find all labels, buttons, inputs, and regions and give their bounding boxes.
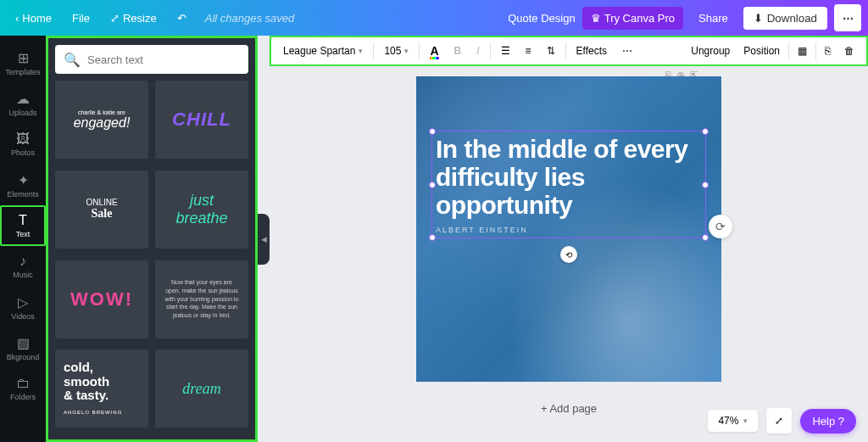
add-page-button[interactable]: + Add page <box>541 402 597 415</box>
uploads-icon: ☁ <box>16 91 30 107</box>
search-input[interactable] <box>87 53 240 66</box>
resize-handle[interactable] <box>702 128 709 135</box>
align-button[interactable]: ☰ <box>494 42 517 60</box>
text-toolbar: League Spartan▾ 105▾ A B I ☰ ≡ ⇅ Effects… <box>270 36 868 66</box>
photos-icon: 🖼 <box>16 131 30 147</box>
nav-uploads[interactable]: ☁Uploads <box>0 83 46 124</box>
resize-handle[interactable] <box>429 234 436 241</box>
text-template[interactable]: justbreathe <box>155 171 248 249</box>
help-button[interactable]: Help ? <box>800 409 856 434</box>
nav-background[interactable]: ▨Bkground <box>0 327 46 368</box>
expand-icon: ⤢ <box>775 415 783 427</box>
nav-elements[interactable]: ✦Elements <box>0 165 46 205</box>
nav-sidebar: ⊞Templates ☁Uploads 🖼Photos ✦Elements TT… <box>0 36 46 442</box>
refresh-icon: ⟳ <box>715 220 726 233</box>
trash-icon: 🗑 <box>844 45 854 57</box>
nav-music[interactable]: ♪Music <box>0 246 46 287</box>
font-select[interactable]: League Spartan▾ <box>276 42 370 60</box>
more-button[interactable]: ⋯ <box>834 4 861 31</box>
transparency-button[interactable]: ▦ <box>791 42 814 60</box>
collapse-panel-button[interactable]: ◀ <box>258 214 270 265</box>
text-template[interactable]: WOW! <box>55 260 148 338</box>
background-icon: ▨ <box>17 335 30 351</box>
undo-button[interactable]: ↶ <box>169 7 195 30</box>
videos-icon: ▷ <box>18 294 28 311</box>
back-button[interactable]: ‹Home <box>7 7 60 30</box>
ungroup-button[interactable]: Ungroup <box>684 42 737 60</box>
copy-icon: ⎘ <box>825 45 831 57</box>
text-icon: T <box>19 213 27 228</box>
resize-icon: ⤢ <box>110 12 120 25</box>
try-pro-button[interactable]: ♛Try Canva Pro <box>582 7 683 30</box>
chevron-down-icon: ▾ <box>359 47 363 55</box>
download-button[interactable]: ⬇Download <box>743 7 827 30</box>
top-bar: ‹Home File ⤢Resize ↶ All changes saved Q… <box>0 0 868 36</box>
text-selection[interactable]: In the middle of every difficulty lies o… <box>431 131 706 238</box>
text-panel: 🔍 charlie & katie areengaged! CHILL ONLI… <box>46 36 258 442</box>
bold-button[interactable]: B <box>448 42 469 60</box>
resize-handle[interactable] <box>702 182 709 188</box>
author-text[interactable]: ALBERT EINSTEIN <box>436 226 702 234</box>
fullscreen-button[interactable]: ⤢ <box>766 408 792 434</box>
search-icon: 🔍 <box>64 52 81 68</box>
chevron-down-icon: ▾ <box>404 47 409 55</box>
elements-icon: ✦ <box>18 172 29 188</box>
font-size-select[interactable]: 105▾ <box>377 42 415 60</box>
design-canvas[interactable]: In the middle of every difficulty lies o… <box>416 76 721 382</box>
delete-button[interactable]: 🗑 <box>837 42 861 60</box>
download-icon: ⬇ <box>754 12 763 25</box>
text-template[interactable]: Now that your eyes are open, make the su… <box>155 260 248 338</box>
rotate-handle[interactable]: ⟲ <box>560 246 577 263</box>
list-icon: ≡ <box>526 45 531 57</box>
document-title[interactable]: Quote Design <box>508 12 576 25</box>
transparency-icon: ▦ <box>798 45 807 57</box>
nav-templates[interactable]: ⊞Templates <box>0 42 46 83</box>
text-color-icon: A <box>430 44 438 58</box>
resize-handle[interactable] <box>429 128 436 135</box>
crown-icon: ♛ <box>591 12 601 25</box>
text-color-button[interactable]: A <box>423 41 445 61</box>
nav-text[interactable]: TText <box>0 205 46 246</box>
templates-icon: ⊞ <box>18 50 29 66</box>
folders-icon: 🗀 <box>16 376 30 391</box>
resize-handle[interactable] <box>702 234 709 241</box>
text-template[interactable]: ONLINESale <box>55 171 148 249</box>
position-button[interactable]: Position <box>737 42 787 60</box>
italic-button[interactable]: I <box>470 42 486 60</box>
refresh-button[interactable]: ⟳ <box>709 215 732 238</box>
undo-icon: ↶ <box>177 12 186 25</box>
more-options-button[interactable]: ⋯ <box>615 42 639 60</box>
text-template[interactable]: CHILL <box>155 81 248 159</box>
quote-text[interactable]: In the middle of every difficulty lies o… <box>436 135 702 219</box>
save-status: All changes saved <box>205 12 295 25</box>
resize-handle[interactable] <box>429 182 436 188</box>
spacing-button[interactable]: ⇅ <box>540 42 562 60</box>
text-template[interactable]: charlie & katie areengaged! <box>55 81 148 159</box>
text-template[interactable]: dream <box>155 350 248 428</box>
nav-videos[interactable]: ▷Videos <box>0 287 46 327</box>
file-menu[interactable]: File <box>64 7 98 30</box>
share-button[interactable]: Share <box>690 7 737 30</box>
nav-photos[interactable]: 🖼Photos <box>0 124 46 165</box>
chevron-left-icon: ‹ <box>15 12 19 25</box>
chevron-down-icon: ▾ <box>743 417 748 425</box>
effects-button[interactable]: Effects <box>570 42 614 60</box>
list-button[interactable]: ≡ <box>519 42 538 60</box>
search-box[interactable]: 🔍 <box>55 45 248 74</box>
resize-button[interactable]: ⤢Resize <box>102 7 165 30</box>
spacing-icon: ⇅ <box>547 45 555 57</box>
nav-folders[interactable]: 🗀Folders <box>0 368 46 409</box>
text-template[interactable]: cold,smooth& tasty.ANGELO BREWING <box>55 350 148 428</box>
align-left-icon: ☰ <box>501 45 510 57</box>
music-icon: ♪ <box>19 254 26 269</box>
copy-style-button[interactable]: ⎘ <box>818 42 837 60</box>
zoom-control[interactable]: 47%▾ <box>708 410 758 432</box>
